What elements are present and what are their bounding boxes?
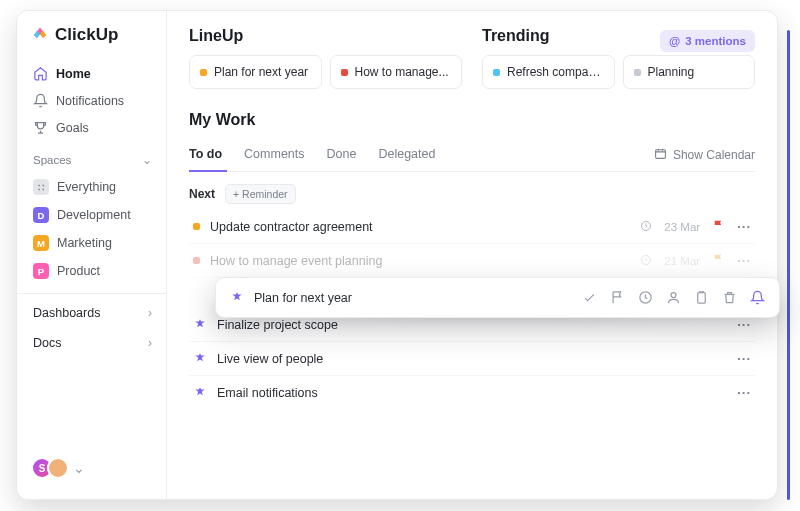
space-label: Marketing bbox=[57, 236, 112, 250]
svg-rect-5 bbox=[698, 293, 706, 304]
add-reminder-button[interactable]: + Reminder bbox=[225, 184, 296, 204]
user-avatars[interactable]: S ⌄ bbox=[17, 457, 166, 489]
brand-logo-icon bbox=[31, 23, 49, 46]
clock-icon[interactable] bbox=[638, 290, 653, 305]
space-marketing[interactable]: M Marketing bbox=[25, 229, 158, 257]
tab-delegated[interactable]: Delegated bbox=[378, 139, 435, 171]
popover-actions bbox=[582, 290, 765, 305]
space-label: Everything bbox=[57, 180, 116, 194]
more-button[interactable]: ··· bbox=[737, 219, 751, 234]
home-icon bbox=[33, 66, 48, 81]
space-everything[interactable]: ∷ Everything bbox=[25, 173, 158, 201]
status-dot-icon bbox=[493, 69, 500, 76]
task-popover: Plan for next year bbox=[215, 277, 780, 318]
status-dot-icon bbox=[634, 69, 641, 76]
trending-card[interactable]: Refresh compan... bbox=[482, 55, 615, 89]
nav-docs-label: Docs bbox=[33, 336, 61, 350]
flag-icon[interactable] bbox=[610, 290, 625, 305]
spaces-list: ∷ Everything D Development M Marketing P… bbox=[17, 173, 166, 285]
trending-title: Trending bbox=[482, 27, 550, 45]
nav-home-label: Home bbox=[56, 67, 91, 81]
chevron-down-icon: ⌄ bbox=[142, 153, 152, 167]
svg-point-4 bbox=[671, 293, 676, 298]
brand: ClickUp bbox=[17, 23, 166, 60]
spaces-header-label: Spaces bbox=[33, 154, 71, 166]
flag-icon[interactable] bbox=[712, 219, 725, 234]
check-icon[interactable] bbox=[582, 290, 597, 305]
page-accent bbox=[787, 30, 790, 500]
mentions-badge[interactable]: @ 3 mentions bbox=[660, 30, 755, 52]
show-calendar-label: Show Calendar bbox=[673, 148, 755, 162]
tab-todo[interactable]: To do bbox=[189, 139, 222, 171]
nav-notifications-label: Notifications bbox=[56, 94, 124, 108]
flag-icon[interactable] bbox=[712, 253, 725, 268]
space-development[interactable]: D Development bbox=[25, 201, 158, 229]
next-label: Next bbox=[189, 187, 215, 201]
top-row: LineUp Plan for next year How to manage.… bbox=[189, 27, 755, 89]
user-icon[interactable] bbox=[666, 290, 681, 305]
task-label: Update contractor agreement bbox=[210, 220, 373, 234]
avatar[interactable] bbox=[47, 457, 69, 479]
status-dot-icon bbox=[193, 257, 200, 264]
trash-icon[interactable] bbox=[722, 290, 737, 305]
lineup-card[interactable]: How to manage... bbox=[330, 55, 463, 89]
mywork-tabs: To do Comments Done Delegated Show Calen… bbox=[189, 139, 755, 172]
more-button[interactable]: ··· bbox=[737, 253, 751, 268]
task-date: 21 Mar bbox=[664, 255, 700, 267]
nav-home[interactable]: Home bbox=[25, 60, 158, 87]
trending-card[interactable]: Planning bbox=[623, 55, 756, 89]
avatar-more-icon[interactable]: ⌄ bbox=[73, 460, 85, 476]
space-badge-icon: M bbox=[33, 235, 49, 251]
task-row[interactable]: How to manage event planning 21 Mar ··· bbox=[189, 244, 755, 278]
nav-docs[interactable]: Docs › bbox=[17, 328, 166, 358]
lineup-card[interactable]: Plan for next year bbox=[189, 55, 322, 89]
lineup-card-label: How to manage... bbox=[355, 65, 449, 79]
calendar-icon bbox=[654, 147, 667, 163]
task-row[interactable]: Email notifications ··· bbox=[189, 376, 755, 409]
space-label: Development bbox=[57, 208, 131, 222]
task-meta: 23 Mar ··· bbox=[640, 219, 751, 234]
space-product[interactable]: P Product bbox=[25, 257, 158, 285]
task-row[interactable]: Update contractor agreement 23 Mar ··· bbox=[189, 210, 755, 244]
at-icon: @ bbox=[669, 35, 680, 47]
task-label: How to manage event planning bbox=[210, 254, 382, 268]
nav-goals-label: Goals bbox=[56, 121, 89, 135]
space-badge-icon: D bbox=[33, 207, 49, 223]
chevron-right-icon: › bbox=[148, 336, 152, 350]
lineup-cards: Plan for next year How to manage... bbox=[189, 55, 462, 89]
tab-done[interactable]: Done bbox=[327, 139, 357, 171]
more-button[interactable]: ··· bbox=[737, 385, 751, 400]
spaces-header[interactable]: Spaces ⌄ bbox=[17, 141, 166, 173]
show-calendar-button[interactable]: Show Calendar bbox=[654, 147, 755, 163]
nav-notifications[interactable]: Notifications bbox=[25, 87, 158, 114]
space-label: Product bbox=[57, 264, 100, 278]
grid-icon: ∷ bbox=[33, 179, 49, 195]
task-label: Email notifications bbox=[217, 386, 318, 400]
svg-rect-0 bbox=[656, 150, 666, 159]
trending-card-label: Planning bbox=[648, 65, 695, 79]
status-dot-icon bbox=[200, 69, 207, 76]
lineup-section: LineUp Plan for next year How to manage.… bbox=[189, 27, 462, 89]
app-window: ClickUp Home Notifications Goals bbox=[16, 10, 778, 500]
trending-cards: Refresh compan... Planning bbox=[482, 55, 755, 89]
task-meta: 21 Mar ··· bbox=[640, 253, 751, 268]
space-badge-icon: P bbox=[33, 263, 49, 279]
more-button[interactable]: ··· bbox=[737, 351, 751, 366]
bell-icon[interactable] bbox=[750, 290, 765, 305]
mywork-title: My Work bbox=[189, 111, 755, 129]
clock-icon bbox=[640, 254, 652, 268]
clipboard-icon[interactable] bbox=[694, 290, 709, 305]
task-row[interactable]: Live view of people ··· bbox=[189, 342, 755, 376]
tab-comments[interactable]: Comments bbox=[244, 139, 304, 171]
reminder-icon bbox=[193, 352, 207, 366]
reminder-icon bbox=[193, 318, 207, 332]
nav-goals[interactable]: Goals bbox=[25, 114, 158, 141]
clock-icon bbox=[640, 220, 652, 234]
popover-label: Plan for next year bbox=[254, 291, 352, 305]
reminder-icon bbox=[193, 386, 207, 400]
nav-dashboards[interactable]: Dashboards › bbox=[17, 298, 166, 328]
chevron-right-icon: › bbox=[148, 306, 152, 320]
status-dot-icon bbox=[193, 223, 200, 230]
brand-name: ClickUp bbox=[55, 25, 118, 45]
sidebar: ClickUp Home Notifications Goals bbox=[17, 11, 167, 499]
